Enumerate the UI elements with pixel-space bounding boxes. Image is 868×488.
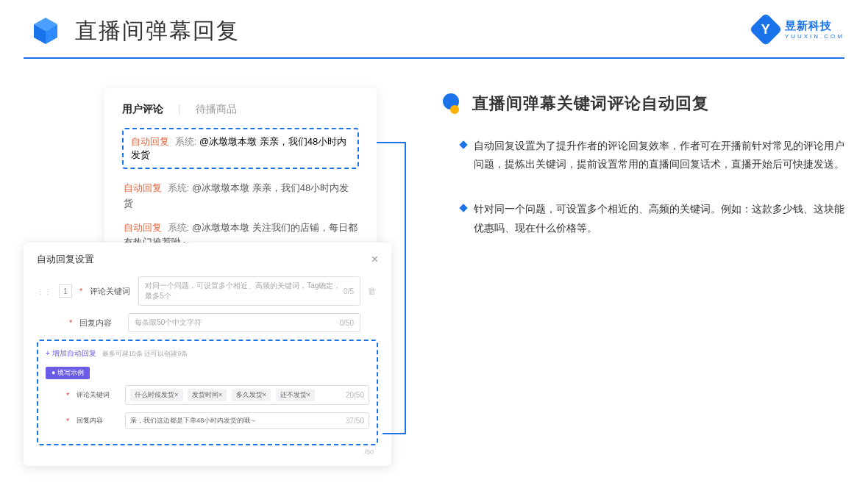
section-title: 直播间弹幕关键词评论自动回复 [472,93,709,115]
diamond-bullet-icon [459,204,467,212]
add-auto-reply-link[interactable]: + 增加自动回复 [46,348,96,359]
row-number: 1 [59,284,72,298]
highlighted-message: 自动回复 系统: @冰墩墩本墩 亲亲，我们48小时内发货 [122,128,359,169]
example-keyword-input[interactable]: 什么时候发货× 发货时间× 多久发货× 还不发货× 20/50 [125,385,369,405]
diamond-bullet-icon [459,140,467,148]
content-label: 回复内容 [79,317,121,329]
settings-title: 自动回复设置 [37,253,94,266]
connector-line [377,142,406,143]
tabs-row: 用户评论 | 待播商品 [122,103,359,116]
keyword-tag[interactable]: 还不发货× [276,389,315,401]
keyword-tag[interactable]: 发货时间× [188,389,227,401]
brand-logo: Y 昱新科技 YUUXIN.COM [754,18,844,41]
tab-user-comments[interactable]: 用户评论 [122,103,163,116]
keyword-row: ⋮⋮ 1 * 评论关键词 对同一个问题，可设置多个相近、高频的关键词，Tag确定… [37,276,378,306]
outer-count: /50 [37,445,378,456]
keyword-tag[interactable]: 什么时候发货× [130,389,182,401]
connector-line [405,142,406,434]
example-badge: ● 填写示例 [46,367,90,379]
auto-reply-settings-panel: 自动回复设置 × ⋮⋮ 1 * 评论关键词 对同一个问题，可设置多个相近、高频的… [24,243,391,466]
logo-sub-text: YUUXIN.COM [785,33,844,40]
page-title: 直播间弹幕回复 [75,16,240,46]
bullet-item: 针对同一个问题，可设置多个相近的、高频的关键词。例如：这款多少钱、这块能优惠吗、… [443,200,844,237]
screenshot-column: 用户评论 | 待播商品 自动回复 系统: @冰墩墩本墩 亲亲，我们48小时内发货… [24,88,406,270]
logo-diamond-icon: Y [749,12,782,46]
keyword-tag[interactable]: 多久发货× [232,389,271,401]
tab-pending-goods[interactable]: 待播商品 [196,103,237,116]
example-content-row: * 回复内容 亲，我们这边都是下单48小时内发货的哦～ 37/50 [46,412,369,429]
bullet-item: 自动回复设置为了提升作者的评论回复效率，作者可在开播前针对常见的评论用户问题，提… [443,137,844,173]
limit-text: 最多可建10条 还可以创建9条 [102,349,188,359]
keyword-input[interactable]: 对同一个问题，可设置多个相近、高频的关键词，Tag确定，最多5个 0/5 [138,276,360,306]
example-content-input[interactable]: 亲，我们这边都是下单48小时内发货的哦～ 37/50 [125,412,369,429]
chat-bubble-icon [443,93,463,114]
keyword-label: 评论关键词 [90,286,131,297]
content-input[interactable]: 每条限50个中文字符 0/50 [128,313,360,332]
connector-line [383,433,406,434]
logo-main-text: 昱新科技 [785,19,844,33]
page-header: 直播间弹幕回复 [0,0,868,47]
cube-icon [29,15,62,47]
close-icon[interactable]: × [371,253,378,266]
description-column: 直播间弹幕关键词评论自动回复 自动回复设置为了提升作者的评论回复效率，作者可在开… [443,88,844,270]
message-row: 自动回复 系统: @冰墩墩本墩 亲亲，我们48小时内发货 [122,176,359,216]
delete-icon[interactable]: 🗑 [368,286,378,296]
example-section: + 增加自动回复 最多可建10条 还可以创建9条 ● 填写示例 * 评论关键词 … [37,340,378,445]
example-keyword-row: * 评论关键词 什么时候发货× 发货时间× 多久发货× 还不发货× 20/50 [46,385,369,405]
content-row: * 回复内容 每条限50个中文字符 0/50 [37,313,378,332]
auto-reply-tag: 自动回复 [131,136,169,147]
